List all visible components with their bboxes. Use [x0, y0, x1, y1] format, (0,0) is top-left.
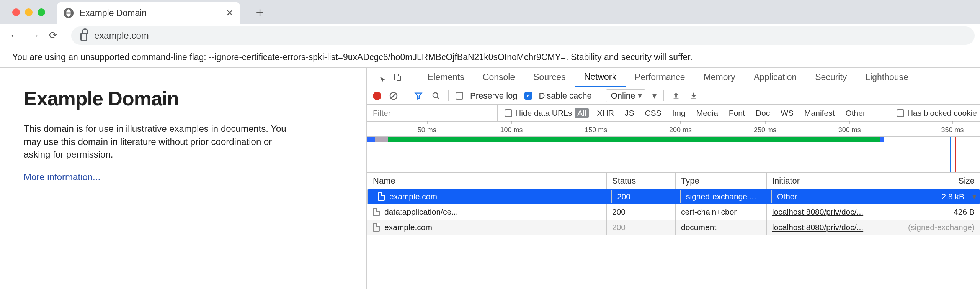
- has-blocked-checkbox[interactable]: [897, 109, 904, 117]
- svg-rect-2: [397, 76, 400, 81]
- chip-js[interactable]: JS: [622, 108, 637, 118]
- tab-console[interactable]: Console: [474, 68, 524, 87]
- globe-icon: [64, 8, 74, 18]
- svg-line-4: [391, 93, 396, 99]
- preserve-log-checkbox[interactable]: [456, 92, 463, 100]
- throttle-select[interactable]: Online: [606, 89, 646, 102]
- devtools-panel: Elements Console Sources Network Perform…: [368, 68, 980, 289]
- hide-data-urls-checkbox[interactable]: [505, 109, 512, 117]
- window-maximize-dot[interactable]: [38, 8, 45, 16]
- more-info-link[interactable]: More information...: [24, 172, 100, 182]
- timeline-ruler[interactable]: 50 ms 100 ms 150 ms 200 ms 250 ms 300 ms…: [368, 122, 980, 137]
- tab-performance[interactable]: Performance: [626, 68, 694, 87]
- record-button[interactable]: [373, 92, 381, 100]
- disable-cache-label: Disable cache: [539, 91, 592, 101]
- chip-xhr[interactable]: XHR: [595, 108, 616, 118]
- col-initiator[interactable]: Initiator: [767, 173, 885, 189]
- lock-icon: [80, 33, 87, 41]
- cell-size: (signed-exchange): [908, 223, 975, 232]
- filter-input[interactable]: [368, 105, 498, 121]
- window-controls: [12, 8, 45, 16]
- network-header-row: Name Status Type Initiator Size: [368, 173, 980, 189]
- cell-initiator[interactable]: localhost:8080/priv/doc/...: [772, 223, 863, 232]
- tab-sources[interactable]: Sources: [524, 68, 575, 87]
- tick: 100 ms: [500, 126, 523, 134]
- cell-type: document: [681, 223, 716, 232]
- overview-chart[interactable]: [368, 137, 980, 173]
- col-type[interactable]: Type: [676, 173, 767, 189]
- toolbar: ← → ⟳ example.com: [0, 24, 980, 47]
- tab-memory[interactable]: Memory: [694, 68, 745, 87]
- filter-row: Hide data URLs All XHR JS CSS Img Media …: [368, 105, 980, 122]
- cell-name: example.com: [389, 192, 437, 201]
- chip-ws[interactable]: WS: [778, 108, 796, 118]
- request-row[interactable]: example.com 200 document localhost:8080/…: [368, 220, 980, 235]
- cell-initiator[interactable]: localhost:8080/priv/doc/...: [772, 207, 863, 217]
- hide-data-urls-label: Hide data URLs: [515, 108, 572, 118]
- cell-type: cert-chain+cbor: [681, 207, 737, 217]
- page-heading: Example Domain: [24, 87, 343, 110]
- funnel-icon[interactable]: [413, 90, 424, 101]
- cell-name: data:application/ce...: [384, 207, 458, 217]
- preserve-log-label: Preserve log: [470, 91, 518, 101]
- tick: 50 ms: [418, 126, 436, 134]
- window-close-dot[interactable]: [12, 8, 20, 16]
- tick: 200 ms: [669, 126, 692, 134]
- chip-font[interactable]: Font: [727, 108, 747, 118]
- upload-har-icon[interactable]: [671, 90, 681, 101]
- flag-warning-bar: You are using an unsupported command-lin…: [0, 47, 980, 68]
- url-text: example.com: [94, 30, 149, 41]
- col-size[interactable]: Size: [885, 173, 980, 189]
- chip-other[interactable]: Other: [843, 108, 868, 118]
- forward-button: →: [29, 30, 40, 42]
- throttle-caret-icon[interactable]: ▾: [652, 91, 657, 101]
- download-har-icon[interactable]: [688, 90, 699, 101]
- network-rows: example.com 200 signed-exchange ... Othe…: [368, 189, 980, 235]
- devtools-tabs: Elements Console Sources Network Perform…: [368, 68, 980, 87]
- tab-security[interactable]: Security: [806, 68, 856, 87]
- tab-lighthouse[interactable]: Lighthouse: [856, 68, 918, 87]
- col-status[interactable]: Status: [607, 173, 676, 189]
- chip-css[interactable]: CSS: [642, 108, 663, 118]
- disable-cache-checkbox[interactable]: [524, 92, 532, 100]
- cell-name: example.com: [384, 223, 432, 232]
- search-icon[interactable]: [431, 90, 441, 101]
- col-name[interactable]: Name: [368, 173, 607, 189]
- cell-type: signed-exchange ...: [686, 192, 756, 201]
- chip-media[interactable]: Media: [694, 108, 720, 118]
- chip-manifest[interactable]: Manifest: [802, 108, 837, 118]
- omnibox[interactable]: example.com: [71, 26, 975, 45]
- new-tab-button[interactable]: ＋: [253, 3, 266, 21]
- tab-application[interactable]: Application: [745, 68, 806, 87]
- cell-status: 200: [617, 192, 630, 201]
- tab-close-icon[interactable]: ✕: [226, 8, 234, 18]
- document-icon: [373, 208, 380, 216]
- browser-tab[interactable]: Example Domain ✕: [57, 2, 240, 24]
- chip-all[interactable]: All: [575, 108, 588, 118]
- window-minimize-dot[interactable]: [25, 8, 33, 16]
- cell-status: 200: [612, 223, 626, 232]
- tick: 350 ms: [941, 126, 964, 134]
- cell-initiator: Other: [777, 192, 797, 201]
- back-button[interactable]: ←: [9, 30, 20, 42]
- chip-doc[interactable]: Doc: [753, 108, 772, 118]
- page-content: Example Domain This domain is for use in…: [0, 68, 368, 289]
- document-icon: [373, 223, 380, 232]
- tab-strip: Example Domain ✕ ＋: [0, 0, 980, 24]
- has-blocked-label: Has blocked cookie: [907, 108, 977, 118]
- request-row[interactable]: data:application/ce... 200 cert-chain+cb…: [368, 204, 980, 220]
- reload-button[interactable]: ⟳: [49, 30, 57, 41]
- tab-elements[interactable]: Elements: [418, 68, 474, 87]
- cell-status: 200: [612, 207, 626, 217]
- tick: 300 ms: [838, 126, 861, 134]
- inspect-icon[interactable]: [372, 73, 389, 82]
- tab-network[interactable]: Network: [575, 68, 626, 87]
- page-paragraph: This domain is for use in illustrative e…: [24, 122, 299, 161]
- clear-icon[interactable]: [388, 90, 399, 101]
- chip-img[interactable]: Img: [670, 108, 688, 118]
- network-toolbar: Preserve log Disable cache Online ▾: [368, 87, 980, 105]
- tick: 250 ms: [754, 126, 776, 134]
- device-toggle-icon[interactable]: [389, 73, 406, 82]
- document-icon: [378, 192, 385, 201]
- request-row[interactable]: example.com 200 signed-exchange ... Othe…: [368, 189, 980, 204]
